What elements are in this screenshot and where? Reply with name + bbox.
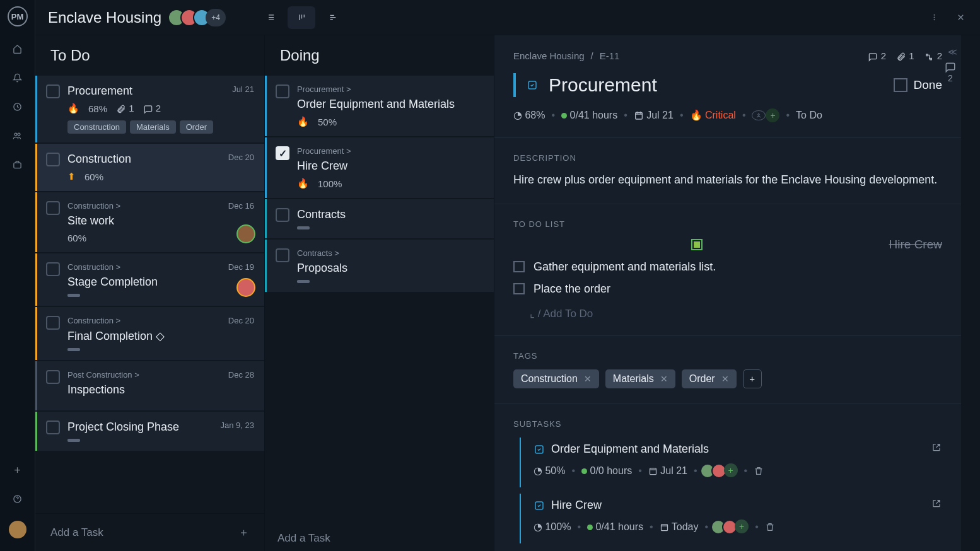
task-card[interactable]: Jul 21 Procurement 🔥 68% 1 2 Constructio… bbox=[35, 76, 264, 142]
delete-icon[interactable] bbox=[765, 521, 775, 533]
done-checkbox[interactable] bbox=[894, 78, 907, 92]
view-board-icon[interactable] bbox=[288, 6, 315, 29]
breadcrumb-id[interactable]: E-11 bbox=[600, 50, 620, 61]
tag-chip[interactable]: Materials✕ bbox=[605, 369, 675, 388]
card-checkbox[interactable] bbox=[276, 248, 289, 262]
description-text[interactable]: Hire crew plus order equipment and mater… bbox=[513, 171, 942, 188]
collapse-icon[interactable]: ≪ bbox=[948, 47, 957, 57]
card-parent: Construction > bbox=[67, 262, 253, 272]
more-icon[interactable] bbox=[927, 11, 941, 25]
card-tag[interactable]: Order bbox=[180, 120, 213, 134]
card-checkbox[interactable]: ✓ bbox=[276, 146, 289, 160]
open-subtask-icon[interactable] bbox=[931, 441, 942, 453]
card-checkbox[interactable] bbox=[46, 84, 60, 98]
todo-item[interactable]: Place the order bbox=[513, 282, 942, 296]
card-checkbox[interactable] bbox=[46, 370, 60, 384]
progress-meta[interactable]: ◔ 68% bbox=[513, 109, 545, 121]
view-gantt-icon[interactable] bbox=[319, 6, 347, 29]
add-tag-button[interactable]: + bbox=[743, 369, 762, 388]
subtasks-label: SUBTASKS bbox=[513, 419, 942, 429]
subtask-hours: 0/41 hours bbox=[587, 521, 643, 533]
todo-checkbox[interactable] bbox=[513, 283, 525, 294]
close-icon[interactable] bbox=[954, 11, 967, 25]
mark-done[interactable]: Done bbox=[894, 78, 942, 92]
add-task-button[interactable]: Add a Task bbox=[265, 526, 494, 551]
todo-item[interactable]: Gather equipment and materials list. bbox=[513, 260, 942, 274]
svg-point-6 bbox=[933, 17, 935, 18]
view-list-icon[interactable] bbox=[256, 6, 284, 29]
remove-tag-icon[interactable]: ✕ bbox=[721, 374, 729, 384]
tag-chip[interactable]: Construction✕ bbox=[513, 369, 599, 388]
task-card[interactable]: Dec 28 Post Construction > Inspections bbox=[35, 361, 264, 410]
remove-tag-icon[interactable]: ✕ bbox=[584, 374, 592, 384]
home-icon[interactable] bbox=[11, 42, 25, 55]
svg-rect-3 bbox=[14, 163, 21, 168]
breadcrumb-project[interactable]: Enclave Housing bbox=[513, 50, 585, 61]
attach-icon: 1 bbox=[116, 103, 134, 114]
tag-chip[interactable]: Order✕ bbox=[682, 369, 737, 388]
add-todo-input[interactable]: ⌞ / Add To Do bbox=[530, 307, 942, 320]
remove-tag-icon[interactable]: ✕ bbox=[660, 374, 668, 384]
briefcase-icon[interactable] bbox=[11, 158, 25, 171]
plus-icon[interactable] bbox=[11, 463, 25, 477]
priority-meta[interactable]: 🔥 Critical bbox=[690, 109, 736, 121]
card-date: Dec 16 bbox=[228, 201, 254, 211]
attachments-count[interactable]: 1 bbox=[896, 50, 914, 62]
card-checkbox[interactable] bbox=[276, 208, 289, 222]
card-tag[interactable]: Construction bbox=[67, 120, 126, 134]
card-date: Dec 20 bbox=[228, 316, 254, 325]
task-card[interactable]: Dec 20 Construction ⬆ 60% bbox=[35, 144, 264, 191]
subtask-item[interactable]: Hire Crew ◔ 100%• 0/41 hours• Today• +• bbox=[520, 494, 942, 543]
member-avatars[interactable]: +4 bbox=[173, 9, 226, 26]
todo-item[interactable]: Hire Crew bbox=[513, 238, 942, 252]
subtask-percent: ◔ 100% bbox=[534, 521, 571, 533]
assignee-icon[interactable]: + bbox=[752, 108, 779, 122]
todo-checkbox[interactable] bbox=[691, 239, 703, 250]
assignee-avatar[interactable] bbox=[236, 224, 255, 243]
subtasks-count[interactable]: 2 bbox=[924, 50, 942, 62]
status-meta[interactable]: To Do bbox=[796, 110, 822, 121]
assignee-avatar[interactable] bbox=[236, 278, 255, 297]
hours-meta[interactable]: 0/41 hours bbox=[561, 110, 617, 121]
card-checkbox[interactable] bbox=[46, 201, 60, 215]
card-checkbox[interactable] bbox=[46, 316, 60, 330]
card-percent: 100% bbox=[318, 178, 342, 189]
task-card[interactable]: Dec 19 Construction > Stage Completion bbox=[35, 253, 264, 306]
todo-label: TO DO LIST bbox=[513, 219, 942, 229]
side-comments-icon[interactable]: 2 bbox=[945, 62, 956, 83]
avatar-overflow[interactable]: +4 bbox=[206, 9, 226, 26]
comments-count[interactable]: 2 bbox=[868, 50, 886, 62]
task-card[interactable]: Dec 16 Construction > Site work 60% bbox=[35, 192, 264, 252]
task-card[interactable]: Jan 9, 23 Project Closing Phase bbox=[35, 412, 264, 451]
task-title[interactable]: Procurement bbox=[549, 74, 657, 96]
add-task-button[interactable]: Add a Task＋ bbox=[35, 513, 264, 551]
card-date: Jan 9, 23 bbox=[221, 420, 255, 430]
card-checkbox[interactable] bbox=[46, 420, 60, 434]
clock-icon[interactable] bbox=[11, 100, 25, 113]
card-checkbox[interactable] bbox=[46, 262, 60, 276]
card-percent: 60% bbox=[85, 171, 103, 182]
open-subtask-icon[interactable] bbox=[931, 497, 942, 509]
team-icon[interactable] bbox=[11, 129, 25, 142]
card-title: Order Equipment and Materials bbox=[297, 98, 482, 111]
card-tag[interactable]: Materials bbox=[130, 120, 176, 134]
task-card[interactable]: Procurement > Order Equipment and Materi… bbox=[265, 76, 494, 136]
add-assignee-icon[interactable]: + bbox=[735, 519, 749, 533]
current-user-avatar[interactable] bbox=[9, 521, 26, 538]
delete-icon[interactable] bbox=[754, 465, 764, 477]
card-title: Hire Crew bbox=[297, 160, 482, 173]
todo-checkbox[interactable] bbox=[513, 261, 525, 272]
task-card[interactable]: Contracts > Proposals bbox=[265, 240, 494, 292]
task-card[interactable]: ✓ Procurement > Hire Crew 🔥 100% bbox=[265, 137, 494, 198]
card-checkbox[interactable] bbox=[276, 84, 289, 98]
help-icon[interactable] bbox=[11, 492, 25, 506]
subtask-item[interactable]: Order Equipment and Materials ◔ 50%• 0/0… bbox=[520, 438, 942, 487]
task-card[interactable]: Dec 20 Construction > Final Completion ◇ bbox=[35, 307, 264, 360]
task-card[interactable]: Contracts bbox=[265, 199, 494, 238]
due-meta[interactable]: Jul 21 bbox=[634, 110, 674, 121]
add-assignee-icon[interactable]: + bbox=[724, 463, 738, 477]
card-checkbox[interactable] bbox=[46, 153, 60, 166]
svg-point-1 bbox=[15, 133, 17, 136]
app-logo[interactable]: PM bbox=[8, 6, 28, 26]
bell-icon[interactable] bbox=[11, 71, 25, 84]
